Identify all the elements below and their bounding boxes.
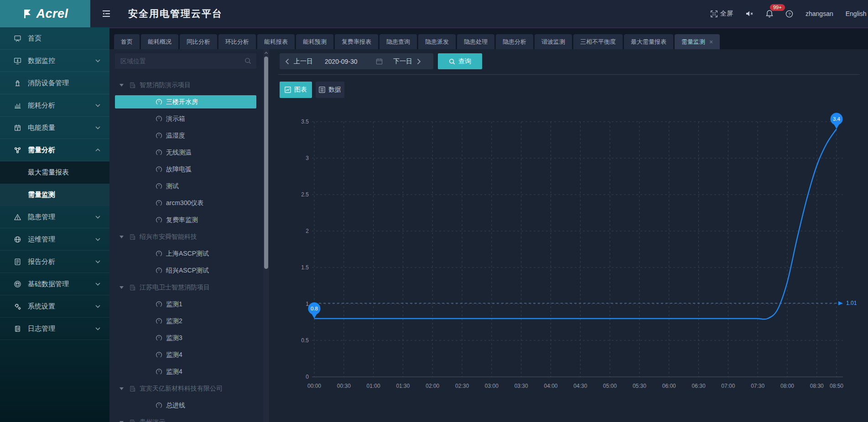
sidebar-item-报告分析[interactable]: 报告分析 <box>0 251 109 273</box>
tab-1[interactable]: 能耗概况 <box>141 34 178 49</box>
tab-7[interactable]: 隐患查询 <box>379 34 417 49</box>
sidebar-item-label: 日志管理 <box>28 324 95 333</box>
tab-10[interactable]: 隐患分析 <box>496 34 533 49</box>
tab-label: 能耗概况 <box>148 38 172 46</box>
warning-icon <box>14 213 21 221</box>
tree-leaf-三楼开水房[interactable]: 三楼开水房 <box>109 93 263 110</box>
tab-6[interactable]: 复费率报表 <box>335 34 378 49</box>
tab-4[interactable]: 能耗报表 <box>257 34 295 49</box>
tree-leaf-监测2[interactable]: 监测2 <box>109 313 263 329</box>
tree-node-智慧消防演示项目[interactable]: 智慧消防演示项目 <box>109 77 263 93</box>
sidebar-item-隐患管理[interactable]: 隐患管理 <box>0 206 109 228</box>
svg-text:3.4: 3.4 <box>833 116 841 122</box>
tree-scrollbar[interactable] <box>263 49 269 422</box>
tab-3[interactable]: 环比分析 <box>218 34 256 49</box>
acrel-flag-icon <box>22 8 33 19</box>
tab-9[interactable]: 隐患处理 <box>457 34 494 49</box>
calendar-icon <box>14 124 21 132</box>
fullscreen-button[interactable]: 全屏 <box>711 10 733 18</box>
building-icon <box>130 284 135 291</box>
caret-down-icon[interactable] <box>120 84 124 87</box>
sidebar-item-基础数据管理[interactable]: 基础数据管理 <box>0 273 109 295</box>
tree-leaf-上海ASCP测试[interactable]: 上海ASCP测试 <box>109 245 263 262</box>
scrollbar-thumb[interactable] <box>264 57 268 269</box>
sidebar-item-首页[interactable]: 首页 <box>0 27 109 50</box>
scroll-up-icon[interactable] <box>263 51 269 55</box>
sidebar-item-系统设置[interactable]: 系统设置 <box>0 295 109 318</box>
sidebar-menu: 首页数据监控消防设备管理能耗分析电能质量需量分析最大需量报表需量监测隐患管理运维… <box>0 27 109 422</box>
sidebar-item-数据监控[interactable]: 数据监控 <box>0 50 109 72</box>
tree-leaf-监测4[interactable]: 监测4 <box>109 346 263 363</box>
svg-text:08:00: 08:00 <box>780 383 794 389</box>
meter-gauge-icon <box>156 98 162 105</box>
tab-2[interactable]: 同比分析 <box>180 34 217 49</box>
help-button[interactable]: ? <box>785 10 793 18</box>
building-icon <box>130 419 135 422</box>
sidebar-item-需量分析[interactable]: 需量分析 <box>0 139 109 161</box>
search-input[interactable] <box>115 53 256 69</box>
tree-leaf-监测4[interactable]: 监测4 <box>109 363 263 380</box>
gears-icon <box>14 303 21 310</box>
tree-leaf-label: 监测3 <box>166 334 182 342</box>
svg-text:03:00: 03:00 <box>485 383 499 389</box>
tab-label: 三相不平衡度 <box>580 38 616 46</box>
tree-leaf-监测3[interactable]: 监测3 <box>109 329 263 346</box>
tree-node-宜宾天亿新材料科技有限公司[interactable]: 宜宾天亿新材料科技有限公司 <box>109 380 263 397</box>
language-selector[interactable]: English <box>846 10 867 17</box>
tree-leaf-复费率监测[interactable]: 复费率监测 <box>109 211 263 228</box>
caret-down-icon[interactable] <box>120 286 124 289</box>
notifications-button[interactable]: 99+ <box>766 10 773 18</box>
svg-text:2.5: 2.5 <box>301 191 309 198</box>
monitor-icon <box>14 57 21 65</box>
sidebar-item-消防设备管理[interactable]: 消防设备管理 <box>0 72 109 94</box>
tree-node-贵州演示[interactable]: 贵州演示 <box>109 414 263 422</box>
svg-text:05:00: 05:00 <box>603 383 617 389</box>
start-marker: 0.8 <box>308 303 321 319</box>
tree-leaf-监测1[interactable]: 监测1 <box>109 296 263 313</box>
tree-leaf-演示箱[interactable]: 演示箱 <box>109 110 263 127</box>
device-tree: 智慧消防演示项目三楼开水房演示箱温湿度无线测温故障电弧测试arcm300仪表复费… <box>109 77 263 422</box>
meter-gauge-icon <box>156 351 162 358</box>
tab-label: 环比分析 <box>225 38 249 46</box>
sidebar-subitem-需量监测[interactable]: 需量监测 <box>0 184 109 206</box>
caret-down-icon[interactable] <box>120 236 124 238</box>
tab-11[interactable]: 谐波监测 <box>535 34 572 49</box>
tab-8[interactable]: 隐患派发 <box>418 34 456 49</box>
tree-node-label: 江苏电卫士智慧消防项目 <box>140 283 210 292</box>
database-icon <box>14 280 21 288</box>
meter-gauge-icon <box>156 402 162 409</box>
tree-leaf-label: 绍兴ASCP测试 <box>166 267 209 275</box>
home-icon <box>14 35 21 42</box>
sidebar-item-label: 隐患管理 <box>28 213 95 221</box>
tree-leaf-故障电弧[interactable]: 故障电弧 <box>109 161 263 178</box>
tree-leaf-绍兴ASCP测试[interactable]: 绍兴ASCP测试 <box>109 262 263 279</box>
sidebar-item-电能质量[interactable]: 电能质量 <box>0 117 109 139</box>
tree-leaf-测试[interactable]: 测试 <box>109 178 263 195</box>
tree-leaf-label: 上海ASCP测试 <box>166 250 209 258</box>
sidebar-item-运维管理[interactable]: 运维管理 <box>0 228 109 251</box>
sidebar-subitem-最大需量报表[interactable]: 最大需量报表 <box>0 161 109 184</box>
tree-leaf-总进线[interactable]: 总进线 <box>109 397 263 414</box>
sidebar-item-label: 运维管理 <box>28 235 95 244</box>
tree-leaf-温湿度[interactable]: 温湿度 <box>109 127 263 144</box>
svg-text:?: ? <box>788 11 790 16</box>
tab-0[interactable]: 首页 <box>114 34 140 49</box>
mute-button[interactable] <box>745 10 754 17</box>
caret-down-icon[interactable] <box>120 387 124 390</box>
tab-label: 隐患分析 <box>503 38 526 46</box>
tree-node-绍兴市安舜智能科技[interactable]: 绍兴市安舜智能科技 <box>109 228 263 245</box>
tree-node-江苏电卫士智慧消防项目[interactable]: 江苏电卫士智慧消防项目 <box>109 279 263 296</box>
sidebar-collapse-icon[interactable] <box>102 10 111 18</box>
tree-leaf-无线测温[interactable]: 无线测温 <box>109 144 263 161</box>
sidebar-item-日志管理[interactable]: 日志管理 <box>0 318 109 340</box>
tab-5[interactable]: 能耗预测 <box>296 34 333 49</box>
tab-12[interactable]: 三相不平衡度 <box>573 34 623 49</box>
tab-active-14[interactable]: 需量监测× <box>675 34 720 49</box>
tree-leaf-arcm300仪表[interactable]: arcm300仪表 <box>109 195 263 211</box>
svg-text:02:30: 02:30 <box>455 383 469 389</box>
search-icon <box>244 57 251 64</box>
tab-close-icon[interactable]: × <box>709 38 713 46</box>
sidebar-item-能耗分析[interactable]: 能耗分析 <box>0 94 109 117</box>
tab-13[interactable]: 最大需量报表 <box>624 34 673 49</box>
username[interactable]: zhangsan <box>806 10 833 17</box>
